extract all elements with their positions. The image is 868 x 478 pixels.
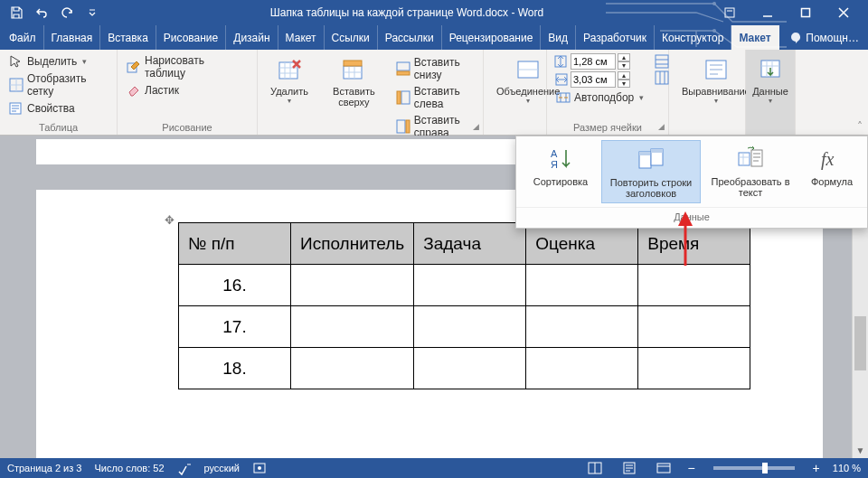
zoom-slider[interactable] — [713, 466, 795, 470]
table-row[interactable]: 16. — [179, 265, 750, 306]
ribbon-options-button[interactable] — [711, 0, 749, 25]
view-read-mode-button[interactable] — [584, 458, 606, 478]
gridlines-button[interactable]: Отобразить сетку — [7, 71, 109, 98]
formula-button[interactable]: fx Формула — [800, 140, 863, 203]
tab-developer[interactable]: Разработчик — [576, 25, 655, 50]
distribute-cols-button[interactable] — [655, 70, 669, 85]
view-print-layout-button[interactable] — [618, 458, 640, 478]
scroll-down-button[interactable]: ▼ — [853, 442, 868, 458]
table-header-row[interactable]: № п/п Исполнитель Задача Оценка Время — [179, 223, 750, 265]
width-up[interactable]: ▴ — [618, 71, 630, 80]
col-width-input[interactable] — [571, 71, 616, 88]
table-cell[interactable] — [526, 306, 638, 348]
table-header-cell[interactable]: Исполнитель — [291, 223, 414, 265]
zoom-level[interactable]: 110 % — [833, 463, 861, 473]
table-cell[interactable]: 16. — [179, 265, 291, 306]
eraser-label: Ластик — [145, 84, 179, 97]
status-macro-icon[interactable] — [252, 461, 267, 475]
cell-size-launcher[interactable]: ◢ — [658, 122, 665, 131]
tab-home[interactable]: Главная — [44, 25, 101, 50]
ribbon-tabs: Файл Главная Вставка Рисование Дизайн Ма… — [0, 25, 868, 50]
table-row[interactable]: 17. — [179, 306, 750, 348]
table-cell[interactable] — [291, 306, 414, 348]
table-cell[interactable] — [414, 306, 526, 348]
autofit-button[interactable]: Автоподбор▾ — [554, 89, 646, 106]
group-merge: Объединение ▾ — [484, 50, 547, 135]
maximize-button[interactable] — [787, 0, 825, 25]
minimize-button[interactable] — [749, 0, 787, 25]
table-cell[interactable]: 18. — [179, 348, 291, 389]
tab-file[interactable]: Файл — [2, 25, 44, 50]
tell-me-button[interactable]: Помощн… — [780, 25, 868, 50]
convert-to-text-button[interactable]: Преобразовать в текст — [701, 140, 800, 203]
table-cell[interactable] — [638, 265, 750, 306]
zoom-in-button[interactable]: + — [813, 461, 820, 475]
tab-layout[interactable]: Макет — [278, 25, 325, 50]
table-header-cell[interactable]: Время — [638, 223, 750, 265]
tab-table-design[interactable]: Конструктор — [655, 25, 731, 50]
distribute-rows-button[interactable] — [655, 54, 669, 69]
tab-review[interactable]: Рецензирование — [442, 25, 542, 50]
view-web-layout-button[interactable] — [653, 458, 675, 478]
insert-left-button[interactable]: Вставить слева — [394, 84, 476, 111]
alignment-button[interactable]: Выравнивание ▾ — [676, 53, 756, 107]
group-alignment-label — [676, 131, 738, 133]
table-cell[interactable] — [291, 265, 414, 306]
status-language[interactable]: русский — [204, 463, 240, 473]
tab-mailings[interactable]: Рассылки — [378, 25, 442, 50]
tab-design[interactable]: Дизайн — [226, 25, 278, 50]
table-header-cell[interactable]: Задача — [414, 223, 526, 265]
width-down[interactable]: ▾ — [618, 80, 630, 88]
tab-view[interactable]: Вид — [541, 25, 576, 50]
table-header-cell[interactable]: Оценка — [526, 223, 638, 265]
table-row[interactable]: 18. — [179, 348, 750, 389]
table-cell[interactable] — [414, 348, 526, 389]
table-cell[interactable] — [414, 265, 526, 306]
rows-cols-launcher[interactable]: ◢ — [473, 122, 479, 131]
scroll-thumb[interactable] — [854, 316, 866, 370]
document-page[interactable]: ✥ № п/п Исполнитель Задача Оценка Время … — [36, 190, 823, 458]
select-button[interactable]: Выделить▾ — [7, 53, 109, 70]
svg-rect-9 — [344, 61, 362, 66]
repeat-header-icon — [637, 145, 665, 173]
svg-rect-20 — [656, 55, 668, 68]
properties-button[interactable]: Свойства — [7, 100, 109, 117]
close-button[interactable] — [825, 0, 863, 25]
status-page[interactable]: Страница 2 из 3 — [7, 463, 81, 473]
zoom-out-button[interactable]: − — [687, 461, 694, 475]
collapse-ribbon-button[interactable]: ˄ — [857, 120, 863, 133]
tab-table-layout[interactable]: Макет — [731, 25, 778, 50]
eraser-button[interactable]: Ластик — [125, 82, 250, 98]
demo-table[interactable]: № п/п Исполнитель Задача Оценка Время 16… — [178, 222, 750, 389]
redo-button[interactable] — [56, 2, 78, 23]
insert-below-button[interactable]: Вставить снизу — [394, 55, 476, 82]
status-spellcheck-icon[interactable] — [177, 461, 192, 475]
delete-button[interactable]: Удалить ▾ — [265, 53, 314, 107]
tab-insert[interactable]: Вставка — [100, 25, 156, 50]
status-word-count[interactable]: Число слов: 52 — [94, 463, 164, 473]
save-button[interactable] — [5, 2, 27, 23]
table-cell[interactable] — [526, 348, 638, 389]
table-cell[interactable] — [291, 348, 414, 389]
table-cell[interactable]: 17. — [179, 306, 291, 348]
row-height-input[interactable] — [571, 53, 616, 70]
table-cell[interactable] — [638, 348, 750, 389]
height-down[interactable]: ▾ — [618, 61, 630, 70]
repeat-header-rows-button[interactable]: Повторить строки заголовков — [601, 140, 701, 203]
qat-customize-button[interactable] — [81, 2, 103, 23]
height-up[interactable]: ▴ — [618, 53, 630, 61]
col-width-field[interactable]: ▴▾ — [554, 71, 646, 88]
tab-draw[interactable]: Рисование — [156, 25, 226, 50]
table-header-cell[interactable]: № п/п — [179, 223, 291, 265]
table-cell[interactable] — [526, 265, 638, 306]
draw-table-button[interactable]: Нарисовать таблицу — [125, 53, 250, 80]
undo-button[interactable] — [31, 2, 52, 23]
tab-references[interactable]: Ссылки — [325, 25, 378, 50]
sort-button[interactable]: АЯ Сортировка — [520, 140, 601, 203]
table-cell[interactable] — [638, 306, 750, 348]
table-anchor-icon[interactable]: ✥ — [165, 213, 175, 227]
data-dropdown-button[interactable]: Данные ▾ — [747, 53, 794, 107]
zoom-slider-knob[interactable] — [762, 463, 768, 473]
row-height-field[interactable]: ▴▾ — [554, 53, 646, 70]
insert-above-button[interactable]: Вставить сверху — [319, 53, 389, 109]
